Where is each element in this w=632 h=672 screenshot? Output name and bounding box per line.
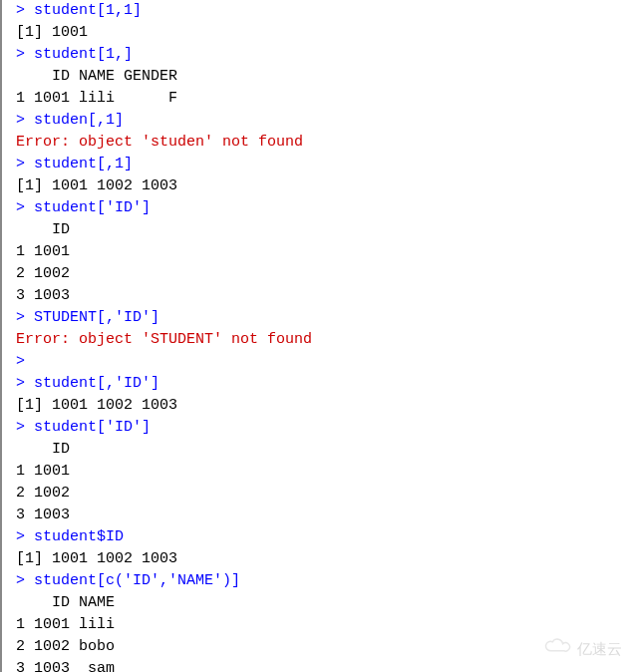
console-line: > student[1,1] <box>16 0 632 22</box>
prompt: > <box>16 156 34 172</box>
command-text: student[1,] <box>34 46 133 63</box>
output-text: 1 1001 <box>16 243 70 260</box>
prompt: > <box>16 572 34 589</box>
console-line: ID <box>16 219 632 241</box>
r-console-output[interactable]: > student[1,1][1] 1001> student[1,] ID N… <box>2 0 632 672</box>
error-text: Error: object 'STUDENT' not found <box>16 331 312 348</box>
output-text: 3 1003 <box>16 287 70 304</box>
output-text: 1 1001 lili F <box>16 90 177 107</box>
console-line: 2 1002 <box>16 263 632 285</box>
command-text: studen[,1] <box>34 112 124 129</box>
console-line: > studen[,1] <box>16 110 632 132</box>
command-text: student[,1] <box>34 156 133 172</box>
console-line: 3 1003 <box>16 504 632 526</box>
console-line: [1] 1001 1002 1003 <box>16 395 632 417</box>
console-line: ID <box>16 439 632 461</box>
output-text: 1 1001 lili <box>16 616 115 633</box>
output-text: 3 1003 <box>16 506 70 523</box>
output-text: [1] 1001 1002 1003 <box>16 550 177 567</box>
prompt: > <box>16 353 34 370</box>
console-line: > <box>16 351 632 373</box>
console-line: > student[c('ID','NAME')] <box>16 570 632 592</box>
command-text: student[1,1] <box>34 2 142 19</box>
prompt: > <box>16 2 34 19</box>
command-text: student['ID'] <box>34 199 151 216</box>
output-text: [1] 1001 1002 1003 <box>16 397 177 414</box>
console-line: 1 1001 <box>16 461 632 483</box>
console-line: > student[1,] <box>16 44 632 66</box>
console-line: > student[,'ID'] <box>16 373 632 395</box>
console-line: [1] 1001 <box>16 22 632 44</box>
output-text: 2 1002 bobo <box>16 638 115 655</box>
console-line: [1] 1001 1002 1003 <box>16 548 632 570</box>
console-line: > student[,1] <box>16 154 632 175</box>
prompt: > <box>16 199 34 216</box>
output-text: 3 1003 sam <box>16 660 115 672</box>
prompt: > <box>16 112 34 129</box>
console-line: 1 1001 lili F <box>16 88 632 110</box>
prompt: > <box>16 46 34 63</box>
prompt: > <box>16 528 34 545</box>
console-line: 3 1003 <box>16 285 632 307</box>
console-line: 3 1003 sam <box>16 658 632 672</box>
console-line: 2 1002 <box>16 483 632 504</box>
console-line: [1] 1001 1002 1003 <box>16 175 632 197</box>
error-text: Error: object 'studen' not found <box>16 134 303 151</box>
output-text: [1] 1001 <box>16 24 88 41</box>
console-line: > student['ID'] <box>16 417 632 439</box>
command-text: student[c('ID','NAME')] <box>34 572 240 589</box>
watermark: 亿速云 <box>541 636 622 662</box>
console-line: 2 1002 bobo <box>16 636 632 658</box>
console-line: ID NAME <box>16 592 632 614</box>
output-text: ID <box>16 441 70 458</box>
output-text: 2 1002 <box>16 485 70 502</box>
cloud-icon <box>541 636 571 662</box>
console-line: Error: object 'STUDENT' not found <box>16 329 632 351</box>
command-text: student[,'ID'] <box>34 375 159 392</box>
output-text: ID <box>16 221 70 238</box>
output-text: 2 1002 <box>16 265 70 282</box>
console-line: > STUDENT[,'ID'] <box>16 307 632 329</box>
prompt: > <box>16 419 34 436</box>
console-line: 1 1001 <box>16 241 632 263</box>
console-line: > student['ID'] <box>16 197 632 219</box>
prompt: > <box>16 309 34 326</box>
command-text: student$ID <box>34 528 124 545</box>
console-line: > student$ID <box>16 526 632 548</box>
output-text: ID NAME GENDER <box>16 68 177 85</box>
console-line: ID NAME GENDER <box>16 66 632 88</box>
command-text: STUDENT[,'ID'] <box>34 309 159 326</box>
output-text: 1 1001 <box>16 463 70 480</box>
command-text: student['ID'] <box>34 419 151 436</box>
output-text: ID NAME <box>16 594 115 611</box>
output-text: [1] 1001 1002 1003 <box>16 177 177 194</box>
console-line: 1 1001 lili <box>16 614 632 636</box>
watermark-text: 亿速云 <box>577 638 622 660</box>
console-line: Error: object 'studen' not found <box>16 132 632 154</box>
prompt: > <box>16 375 34 392</box>
